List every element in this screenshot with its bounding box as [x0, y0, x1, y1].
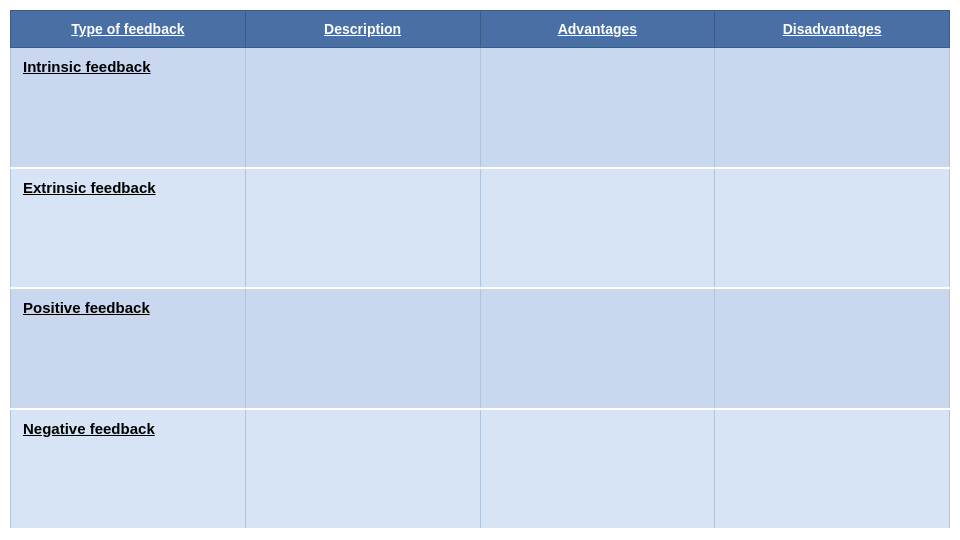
- header-type: Type of feedback: [11, 11, 246, 48]
- cell-description: [245, 168, 480, 288]
- main-container: Type of feedback Description Advantages …: [0, 0, 960, 540]
- header-disadvantages: Disadvantages: [715, 11, 950, 48]
- header-advantages: Advantages: [480, 11, 715, 48]
- cell-disadvantages: [715, 288, 950, 408]
- cell-advantages: [480, 48, 715, 168]
- cell-disadvantages: [715, 409, 950, 529]
- cell-advantages: [480, 168, 715, 288]
- cell-type: Extrinsic feedback: [11, 168, 246, 288]
- cell-advantages: [480, 409, 715, 529]
- cell-disadvantages: [715, 168, 950, 288]
- table-row: Extrinsic feedback: [11, 168, 950, 288]
- cell-disadvantages: [715, 48, 950, 168]
- cell-description: [245, 48, 480, 168]
- cell-advantages: [480, 288, 715, 408]
- cell-description: [245, 409, 480, 529]
- header-description: Description: [245, 11, 480, 48]
- cell-type: Negative feedback: [11, 409, 246, 529]
- cell-type: Intrinsic feedback: [11, 48, 246, 168]
- cell-type: Positive feedback: [11, 288, 246, 408]
- feedback-table: Type of feedback Description Advantages …: [10, 10, 950, 530]
- table-header-row: Type of feedback Description Advantages …: [11, 11, 950, 48]
- table-row: Positive feedback: [11, 288, 950, 408]
- table-row: Intrinsic feedback: [11, 48, 950, 168]
- table-row: Negative feedback: [11, 409, 950, 529]
- cell-description: [245, 288, 480, 408]
